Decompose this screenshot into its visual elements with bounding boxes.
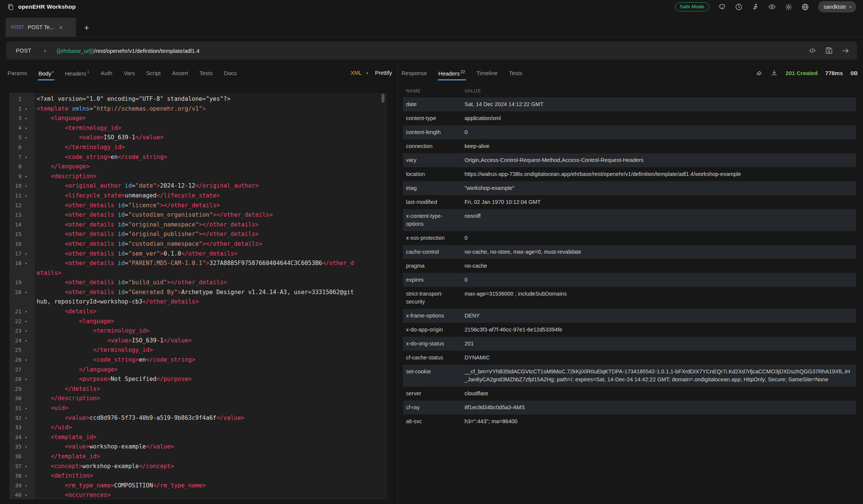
code-line[interactable]: 35▾ <value>workshop-example</value>: [9, 442, 387, 452]
request-tab-tests[interactable]: Tests: [199, 65, 213, 81]
url-input[interactable]: {{ehrbase_url}}/rest/openehr/v1/definiti…: [57, 48, 200, 54]
request-tab[interactable]: POST POST Te... ×: [6, 18, 76, 37]
code-line[interactable]: 17▾ <other_details id="sem_ver">0.1.0</o…: [9, 249, 387, 259]
fold-arrow-icon[interactable]: ▾: [22, 259, 35, 278]
eye-icon[interactable]: [768, 3, 776, 11]
clear-response-icon[interactable]: [755, 69, 763, 77]
xml-body-editor[interactable]: 1<?xml version="1.0" encoding="UTF-8" st…: [9, 93, 387, 499]
code-line[interactable]: 12 <other_details id="licence"></other_d…: [9, 201, 387, 211]
code-line[interactable]: 28▾ <purpose>Not Specified</purpose>: [9, 375, 387, 384]
prettify-button[interactable]: Prettify: [375, 70, 392, 76]
code-line[interactable]: 13 <other_details id="custodian_organisa…: [9, 210, 387, 220]
code-line[interactable]: 4▾ <terminology_id>: [9, 123, 387, 133]
save-icon[interactable]: [825, 47, 833, 54]
runner-icon[interactable]: [752, 3, 759, 11]
code-line[interactable]: 39▾ <rm_type_name>COMPOSITION</rm_type_n…: [9, 481, 387, 491]
code-line[interactable]: 26▾ <code_string>en</code_string>: [9, 355, 387, 365]
code-line[interactable]: 21▾ <details>: [9, 307, 387, 317]
fold-arrow-icon[interactable]: ▾: [22, 404, 35, 413]
fold-arrow-icon[interactable]: ▾: [22, 355, 35, 365]
fold-arrow-icon[interactable]: ▾: [22, 326, 35, 336]
code-line[interactable]: 3▾ <language>: [9, 114, 387, 123]
code-line[interactable]: 19 <other_details id="build_uid"></other…: [9, 278, 387, 288]
fold-arrow-icon[interactable]: ▾: [22, 490, 35, 499]
code-line[interactable]: 27 </language>: [9, 365, 387, 375]
new-tab-button[interactable]: +: [84, 24, 89, 32]
request-tab-body[interactable]: Body•: [38, 65, 54, 81]
fold-arrow-icon[interactable]: ▾: [22, 153, 35, 162]
code-line[interactable]: 5▾ <value>ISO_639-1</value>: [9, 133, 387, 143]
fold-arrow-icon[interactable]: ▾: [22, 307, 35, 317]
globe-icon[interactable]: [801, 3, 809, 11]
editor-scrollbar[interactable]: [381, 94, 384, 103]
code-line[interactable]: 34▾ <template_id>: [9, 433, 387, 442]
code-line[interactable]: 31▾ <uid>: [9, 404, 387, 413]
code-line[interactable]: 29 </details>: [9, 384, 387, 394]
code-line[interactable]: 10▾ <original_author id="date">2024-12-1…: [9, 181, 387, 191]
fold-arrow-icon[interactable]: ▾: [22, 249, 35, 259]
code-line[interactable]: 14 <other_details id="original_namespace…: [9, 220, 387, 230]
request-tab-params[interactable]: Params: [7, 65, 28, 81]
code-line[interactable]: 24▾ <value>ISO_639-1</value>: [9, 336, 387, 346]
request-tab-vars[interactable]: Vars: [123, 65, 136, 81]
method-chevron-icon[interactable]: ▾: [44, 49, 46, 53]
fold-arrow-icon[interactable]: ▾: [22, 442, 35, 452]
code-line[interactable]: 9▾ <description>: [9, 172, 387, 182]
response-tab-response[interactable]: Response: [401, 65, 428, 81]
language-chevron-icon[interactable]: ▾: [366, 71, 368, 75]
code-line[interactable]: 11▾ <lifecycle_state>unmanaged</lifecycl…: [9, 191, 387, 201]
fold-arrow-icon[interactable]: ▾: [22, 413, 35, 423]
fold-arrow-icon[interactable]: ▾: [22, 191, 35, 201]
url-bar[interactable]: POST ▾ {{ehrbase_url}}/rest/openehr/v1/d…: [6, 42, 857, 60]
fold-arrow-icon[interactable]: ▾: [22, 123, 35, 133]
close-tab-icon[interactable]: ×: [59, 24, 63, 31]
request-tab-assert[interactable]: Assert: [171, 65, 189, 81]
fold-arrow-icon[interactable]: ▾: [22, 336, 35, 346]
download-response-icon[interactable]: [770, 69, 778, 77]
code-line[interactable]: 38▾ <definition>: [9, 471, 387, 481]
safe-mode-badge[interactable]: Safe Mode: [675, 2, 709, 11]
fold-arrow-icon[interactable]: ▾: [22, 114, 35, 123]
account-menu[interactable]: sandkiste ▾: [818, 1, 856, 12]
fold-arrow-icon[interactable]: ▾: [22, 462, 35, 472]
code-line[interactable]: 25 </terminology_id>: [9, 345, 387, 355]
clock-icon[interactable]: [735, 3, 743, 11]
fold-arrow-icon[interactable]: ▾: [22, 172, 35, 182]
code-line[interactable]: 32▾ <value>ccd8d976-5f73-40b9-a519-9b863…: [9, 413, 387, 423]
code-line[interactable]: 33 </uid>: [9, 423, 387, 433]
fold-arrow-icon[interactable]: ▾: [22, 433, 35, 442]
code-line[interactable]: 16 <other_details id="custodian_namespac…: [9, 239, 387, 249]
response-tab-timeline[interactable]: Timeline: [476, 65, 499, 81]
code-line[interactable]: 8 </language>: [9, 162, 387, 172]
request-tab-docs[interactable]: Docs: [223, 65, 238, 81]
fold-arrow-icon[interactable]: ▾: [22, 471, 35, 481]
dog-icon[interactable]: [718, 3, 726, 11]
fold-arrow-icon[interactable]: ▾: [22, 375, 35, 384]
fold-arrow-icon[interactable]: ▾: [22, 133, 35, 143]
request-tab-auth[interactable]: Auth: [100, 65, 113, 81]
method-select[interactable]: POST: [16, 48, 31, 54]
fold-arrow-icon[interactable]: ▾: [22, 481, 35, 491]
gear-icon[interactable]: [785, 3, 792, 11]
code-line[interactable]: 37▾ <concept>workshop-example</concept>: [9, 462, 387, 472]
fold-arrow-icon[interactable]: ▾: [22, 288, 35, 307]
send-request-icon[interactable]: [842, 47, 849, 54]
fold-arrow-icon[interactable]: ▾: [22, 317, 35, 327]
response-tab-headers[interactable]: Headers22: [438, 65, 466, 81]
code-line[interactable]: 40▾ <occurrences>: [9, 490, 387, 499]
fold-arrow-icon[interactable]: ▾: [22, 104, 35, 114]
code-line[interactable]: 18▾ <other_details id="PARENT:MD5-CAM-1.…: [9, 259, 387, 278]
fold-arrow-icon[interactable]: ▾: [22, 181, 35, 191]
code-line[interactable]: 30 </description>: [9, 394, 387, 404]
code-line[interactable]: 15 <other_details id="original_publisher…: [9, 230, 387, 239]
code-line[interactable]: 6 </terminology_id>: [9, 143, 387, 153]
code-line[interactable]: 20▾ <other_details id="Generated By">Arc…: [9, 288, 387, 307]
request-tab-script[interactable]: Script: [145, 65, 161, 81]
code-line[interactable]: 7▾ <code_string>en</code_string>: [9, 153, 387, 162]
response-tab-tests[interactable]: Tests: [508, 65, 523, 81]
code-line[interactable]: 22▾ <language>: [9, 317, 387, 327]
code-line[interactable]: 36 </template_id>: [9, 452, 387, 462]
code-snippet-icon[interactable]: [809, 47, 816, 54]
code-line[interactable]: 23▾ <terminology_id>: [9, 326, 387, 336]
body-language-select[interactable]: XML: [350, 70, 362, 76]
